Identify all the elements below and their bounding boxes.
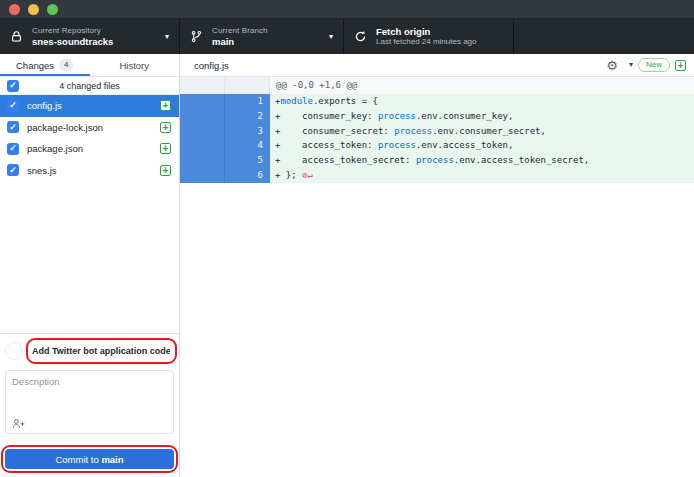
file-name: package.json [27,143,152,154]
new-file-badge: New [638,58,670,72]
tab-history[interactable]: History [90,54,180,76]
zoom-window-button[interactable] [47,4,58,15]
diff-line[interactable]: 4 + access_token: process.env.access_tok… [180,138,694,153]
current-repository-button[interactable]: Current Repository snes-soundtracks ▾ [0,19,180,54]
diff-line[interactable]: 1 +module.exports = { [180,94,694,109]
diff-line-code: + }; ⊘↵ [270,168,694,183]
changed-files-count: 4 changed files [0,81,179,91]
repository-name: snes-soundtracks [32,36,159,47]
avatar [5,342,23,360]
diff-line-gutter[interactable]: 5 [180,153,270,168]
current-branch-button[interactable]: Current Branch main ▾ [180,19,344,54]
diff-line[interactable]: 3 + consumer_secret: process.env.consume… [180,124,694,139]
file-checkbox[interactable]: ✓ [7,164,19,176]
lock-icon [10,30,23,43]
file-name: package-lock.json [27,122,152,133]
diff-pane: config.js ⚙ ▾ New + @@ -0,0 +1,6 @@ 1 +m… [180,54,694,477]
line-number: 2 [225,109,270,124]
diff-expand-button[interactable]: + [675,60,686,71]
changed-files-header: ✓ 4 changed files [0,77,179,95]
repository-label: Current Repository [32,26,159,36]
commit-button-prefix: Commit to [55,454,101,465]
commit-description-input[interactable] [6,371,173,417]
commit-button-branch: main [101,454,123,465]
diff-line-code: + consumer_secret: process.env.consumer_… [270,124,694,139]
no-newline-icon: ⊘↵ [297,170,313,180]
diff-line[interactable]: 6 + }; ⊘↵ [180,168,694,183]
titlebar [0,0,694,19]
check-icon: ✓ [9,101,17,110]
line-number: 1 [225,94,270,109]
diff-line-code: + access_token_secret: process.env.acces… [270,153,694,168]
file-list: ✓ config.js + ✓ package-lock.json + ✓ pa… [0,95,179,181]
commit-button[interactable]: Commit to main [5,449,174,469]
line-number: 4 [225,138,270,153]
file-added-icon: + [160,165,171,176]
diff-options-gear-icon[interactable]: ⚙ [606,59,618,72]
hunk-header-text: @@ -0,0 +1,6 @@ [270,77,694,94]
diff-line-gutter[interactable]: 3 [180,124,270,139]
chevron-down-icon[interactable]: ▾ [629,61,633,69]
file-row-package-json[interactable]: ✓ package.json + [0,138,179,160]
git-branch-icon [190,30,203,43]
diff-line-code: + consumer_key: process.env.consumer_key… [270,109,694,124]
line-number: 5 [225,153,270,168]
github-desktop-window: Current Repository snes-soundtracks ▾ Cu… [0,0,694,477]
file-added-icon: + [160,122,171,133]
sidebar-tabs: Changes 4 History [0,54,179,77]
file-added-icon: + [160,143,171,154]
diff-line[interactable]: 2 + consumer_key: process.env.consumer_k… [180,109,694,124]
tab-changes-label: Changes [16,60,54,71]
line-number: 3 [225,124,270,139]
branch-name: main [212,36,323,47]
tab-changes[interactable]: Changes 4 [0,54,90,76]
tab-history-label: History [119,60,149,71]
file-row-snes-js[interactable]: ✓ snes.js + [0,160,179,182]
check-icon: ✓ [9,123,17,132]
chevron-down-icon: ▾ [329,33,333,41]
file-name: config.js [27,100,152,111]
fetch-origin-button[interactable]: Fetch origin Last fetched 24 minutes ago [344,19,514,54]
file-checkbox[interactable]: ✓ [7,100,19,112]
line-number: 6 [225,168,270,183]
file-checkbox[interactable]: ✓ [7,121,19,133]
file-row-config-js[interactable]: ✓ config.js + [0,95,179,117]
commit-panel: Commit to main [0,333,179,477]
diff-line-code: + access_token: process.env.access_token… [270,138,694,153]
diff-filename: config.js [194,60,606,71]
diff-line-code: +module.exports = { [270,94,694,109]
diff-line-gutter[interactable]: 6 [180,168,270,183]
minimize-window-button[interactable] [28,4,39,15]
fetch-title: Fetch origin [376,26,503,37]
diff-line[interactable]: 5 + access_token_secret: process.env.acc… [180,153,694,168]
file-checkbox[interactable]: ✓ [7,143,19,155]
check-icon: ✓ [9,144,17,153]
fetch-subtitle: Last fetched 24 minutes ago [376,37,503,47]
diff-line-gutter[interactable]: 4 [180,138,270,153]
hunk-header-row[interactable]: @@ -0,0 +1,6 @@ [180,77,694,94]
close-window-button[interactable] [9,4,20,15]
add-coauthor-icon[interactable] [12,418,25,429]
sidebar: Changes 4 History ✓ 4 changed files ✓ co… [0,54,180,477]
sync-icon [354,30,367,43]
diff-header: config.js ⚙ ▾ New + [180,54,694,77]
diff-line-gutter[interactable]: 2 [180,109,270,124]
commit-summary-input[interactable] [28,342,174,360]
toolbar: Current Repository snes-soundtracks ▾ Cu… [0,19,694,54]
diff-line-gutter[interactable]: 1 [180,94,270,109]
chevron-down-icon: ▾ [165,33,169,41]
file-name: snes.js [27,165,152,176]
file-row-package-lock-json[interactable]: ✓ package-lock.json + [0,117,179,139]
check-icon: ✓ [9,166,17,175]
file-added-icon: + [160,100,171,111]
changes-count-badge: 4 [59,59,73,71]
branch-label: Current Branch [212,26,323,36]
